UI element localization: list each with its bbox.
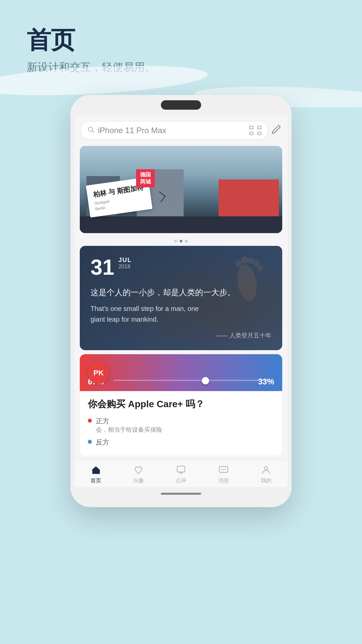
edit-icon[interactable] [272,125,281,137]
nav-item-interest[interactable]: 兴趣 [123,464,154,484]
nav-label-review: 点评 [176,477,186,484]
date-day: 31 [90,257,114,278]
dots-indicator [74,236,288,246]
search-input-wrapper[interactable]: iPhone 11 Pro Max [81,122,267,139]
banner-card-red: 德国两城 [136,169,155,187]
banner-container: 柏林 与 斯图加特 德国两城 StuttgartBerlin [74,143,288,236]
svg-rect-2 [250,126,253,129]
svg-point-15 [221,469,223,470]
svg-point-16 [223,469,224,470]
phone-mockup: iPhone 11 Pro Max [70,95,292,507]
nav-label-message: 消息 [218,477,229,484]
nav-item-review[interactable]: 点评 [166,464,196,484]
phone-notch [161,100,201,110]
home-indicator [161,493,201,495]
date-author: —— 人类登月五十年 [90,331,272,339]
pk-gradient-bar: 67% 33% [80,354,282,391]
phone-screen: iPhone 11 Pro Max [74,115,288,487]
phone-top-bar [70,95,292,115]
nav-label-home: 首页 [90,477,101,484]
svg-point-18 [264,467,268,470]
pk-option-pro-label: 正方 [96,417,109,425]
search-placeholder: iPhone 11 Pro Max [98,126,246,135]
date-month-year: JUL 2018 [118,257,132,272]
message-icon [218,464,230,476]
svg-point-17 [225,469,226,470]
date-quote-cn: 这是个人的一小步，却是人类的一大步。 [90,286,272,299]
svg-rect-3 [258,126,261,129]
pk-slider-track [113,380,274,381]
nav-label-interest: 兴趣 [133,477,144,484]
dot-1 [174,240,177,243]
nav-item-profile[interactable]: 我的 [251,464,281,484]
pk-option-con-label: 反方 [96,438,109,446]
date-quote-en: That's one small step for a man, onegian… [90,303,272,325]
svg-rect-5 [258,132,261,135]
svg-rect-12 [95,471,97,473]
bottom-nav: 首页 兴趣 [74,460,288,487]
pk-badge: PK [88,362,109,384]
phone-bottom-bar [70,487,292,500]
page-subtitle: 新设计和交互，轻便易用。 [27,60,335,75]
search-icon [87,126,95,135]
pk-right-percent: 33% [258,377,274,386]
pk-option-dot-red [88,419,92,423]
pk-slider-thumb[interactable] [202,377,209,384]
svg-line-1 [92,131,94,132]
search-bar: iPhone 11 Pro Max [74,115,288,143]
dot-2 [180,240,182,243]
phone-wrapper: iPhone 11 Pro Max [0,85,362,534]
nav-item-home[interactable]: 首页 [81,464,111,484]
banner-image[interactable]: 柏林 与 斯图加特 德国两城 StuttgartBerlin [80,146,282,233]
scan-icon[interactable] [249,126,261,135]
interest-icon [132,464,144,476]
date-year: 2018 [118,264,132,270]
nav-label-profile: 我的 [261,477,272,484]
pk-card[interactable]: PK 67% 33% 你会购买 Apple Care+ 吗？ 正方 [80,354,282,455]
pk-question: 你会购买 Apple Care+ 吗？ [80,391,282,415]
nav-item-message[interactable]: 消息 [208,464,239,484]
svg-rect-13 [177,466,185,472]
page-title: 首页 [27,27,335,53]
pk-option-pro-text: 会，相当于给设备买保险 [96,426,162,434]
pk-bar-container: PK 67% 33% [80,354,282,391]
svg-rect-4 [250,132,253,135]
date-month: JUL [118,257,132,264]
pk-option-pro[interactable]: 正方 会，相当于给设备买保险 [80,415,282,436]
date-header: 31 JUL 2018 [90,257,272,278]
pk-option-dot-blue [88,440,92,444]
dot-3 [185,240,188,243]
review-icon [175,464,187,476]
home-icon [90,464,102,476]
date-card[interactable]: 31 JUL 2018 这是个人的一小步，却是人类的一大步。 That's on… [80,246,282,350]
pk-option-con[interactable]: 反方 [80,436,282,449]
page-header: 首页 新设计和交互，轻便易用。 [0,0,362,85]
profile-icon [260,464,272,476]
